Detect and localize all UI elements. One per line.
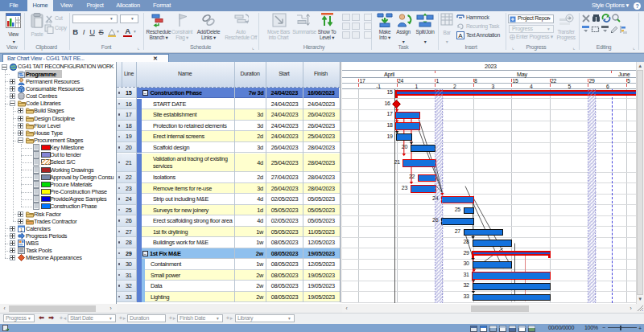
svg-text:1: 1 bbox=[20, 227, 23, 232]
svg-text:A: A bbox=[458, 32, 463, 39]
